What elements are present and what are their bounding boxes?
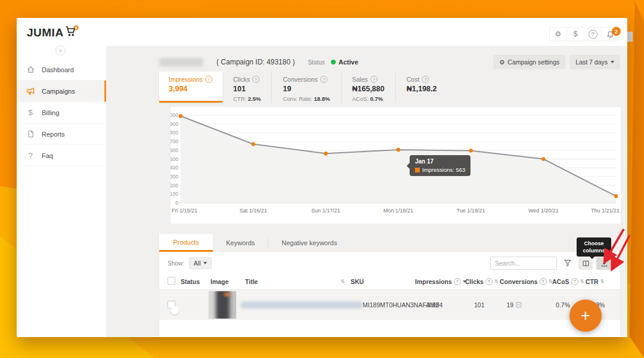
dollar-icon: $ bbox=[26, 108, 35, 117]
campaign-settings-button[interactable]: ⚙ Campaign settings bbox=[493, 55, 565, 69]
sidebar-item-campaigns[interactable]: Campaigns bbox=[17, 81, 106, 102]
download-button[interactable] bbox=[596, 257, 612, 270]
metric-label: Clicks bbox=[233, 76, 250, 83]
svg-text:200: 200 bbox=[171, 183, 178, 189]
column-clicks[interactable]: Clicks?⇅ bbox=[465, 278, 500, 285]
series-swatch-icon bbox=[415, 168, 420, 172]
table-header: Status Image Title⇅ SKU Impressions? Cli… bbox=[159, 273, 620, 289]
metric-value: 3,994 bbox=[169, 85, 222, 93]
svg-text:1,000: 1,000 bbox=[171, 112, 178, 118]
sort-icon[interactable]: ⇅ bbox=[494, 279, 499, 284]
column-status[interactable]: Status bbox=[181, 278, 210, 285]
metric-sub-value: 18.8% bbox=[314, 95, 330, 102]
metric-value: ₦1,198.2 bbox=[407, 85, 437, 93]
info-icon: ? bbox=[422, 76, 429, 83]
svg-text:100: 100 bbox=[171, 191, 178, 197]
svg-text:0: 0 bbox=[175, 200, 178, 206]
metric-value: 19 bbox=[283, 85, 330, 93]
sidebar-item-dashboard[interactable]: Dashboard bbox=[17, 59, 106, 81]
column-acos[interactable]: ACoS?⇅ bbox=[552, 278, 586, 285]
sort-icon[interactable]: ⇅ bbox=[580, 279, 584, 284]
info-icon: ? bbox=[370, 76, 377, 83]
sidebar-collapse-button[interactable]: « bbox=[55, 45, 66, 55]
sidebar-item-faq[interactable]: ? Faq bbox=[17, 145, 106, 166]
svg-text:Mon 1/18/21: Mon 1/18/21 bbox=[383, 208, 413, 214]
column-label: ACoS bbox=[552, 278, 569, 285]
sidebar-label: Campaigns bbox=[42, 88, 75, 95]
table-row: MI189MT0HUAN3NAFAMZ 3.994 101 19 0.7% 2.… bbox=[159, 289, 620, 320]
details-popup-icon[interactable] bbox=[516, 302, 522, 309]
column-sku[interactable]: SKU bbox=[351, 278, 415, 285]
date-range-dropdown[interactable]: Last 7 days bbox=[569, 55, 620, 69]
sort-icon[interactable]: ⇅ bbox=[600, 279, 605, 284]
topbar-icon-group: ⚙ $ ? 2 bbox=[549, 27, 619, 41]
show-value: All bbox=[194, 260, 201, 267]
collapse-glyph: « bbox=[59, 48, 62, 54]
tab-negative-keywords[interactable]: Negative keywords bbox=[268, 234, 350, 252]
impressions-chart-card: 01002003004005006007008009001,000Fri 1/1… bbox=[170, 106, 621, 224]
column-conversions[interactable]: Conversions?⇅ bbox=[500, 278, 552, 285]
metric-label: Cost bbox=[407, 76, 420, 83]
column-impressions[interactable]: Impressions? bbox=[415, 278, 465, 285]
metric-sub-label: ACoS: bbox=[352, 95, 369, 102]
conversions-number: 19 bbox=[506, 301, 513, 308]
cart-icon bbox=[65, 25, 79, 40]
tab-keywords[interactable]: Keywords bbox=[213, 234, 268, 252]
svg-text:800: 800 bbox=[171, 129, 178, 135]
metric-tab-conversions[interactable]: Conversions? 19 Conv. Rate: 18.8% bbox=[271, 72, 340, 103]
metric-tab-clicks[interactable]: Clicks? 101 CTR: 2.5% bbox=[222, 72, 271, 103]
chart-tooltip: Jan 17 Impressions: 563 bbox=[410, 155, 470, 176]
metric-label: Impressions bbox=[169, 76, 203, 83]
search-input[interactable] bbox=[490, 257, 557, 270]
metric-tab-impressions[interactable]: Impressions? 3,994 bbox=[159, 72, 222, 103]
campaign-name-redacted bbox=[159, 58, 203, 67]
svg-text:Tue 1/19/21: Tue 1/19/21 bbox=[457, 208, 485, 214]
select-all-checkbox[interactable] bbox=[168, 277, 175, 285]
info-icon: ? bbox=[454, 278, 461, 285]
impressions-area-chart[interactable]: 01002003004005006007008009001,000Fri 1/1… bbox=[171, 107, 621, 223]
column-label: Title bbox=[245, 278, 258, 285]
column-ctr[interactable]: CTR⇅ bbox=[586, 278, 612, 285]
billing-dollar-icon[interactable]: $ bbox=[567, 27, 584, 41]
top-bar: JUMIA ⚙ $ ? bbox=[17, 18, 627, 47]
svg-text:500: 500 bbox=[171, 156, 178, 162]
download-icon bbox=[600, 260, 608, 267]
product-image-redacted[interactable] bbox=[208, 291, 237, 319]
question-icon: ? bbox=[26, 151, 35, 160]
show-filter-dropdown[interactable]: All bbox=[189, 257, 212, 269]
conversions-value: 19 bbox=[506, 301, 556, 309]
sidebar-menu: Dashboard Campaigns $ Billing Report bbox=[17, 46, 106, 166]
clicks-value: 101 bbox=[474, 301, 506, 308]
tab-products[interactable]: Products bbox=[159, 234, 213, 252]
svg-text:Thu 1/21/21: Thu 1/21/21 bbox=[591, 208, 620, 214]
metric-tabs: Impressions? 3,994 Clicks? 101 CTR: 2.5%… bbox=[159, 72, 447, 103]
sort-icon[interactable]: ⇅ bbox=[340, 279, 345, 284]
sidebar-label: Billing bbox=[42, 109, 59, 116]
campaign-header: ( Campaign ID: 493180 ) Status Active ⚙ … bbox=[159, 54, 620, 70]
caret-down-icon bbox=[611, 61, 614, 63]
jumia-logo[interactable]: JUMIA bbox=[27, 25, 79, 40]
metric-tab-cost[interactable]: Cost? ₦1,198.2 bbox=[395, 72, 448, 103]
funnel-icon bbox=[564, 259, 572, 267]
sidebar-item-billing[interactable]: $ Billing bbox=[17, 102, 106, 124]
metric-sub-label: Conv. Rate: bbox=[283, 95, 312, 102]
product-title-redacted bbox=[240, 301, 363, 308]
notifications-bell-icon[interactable]: 2 bbox=[602, 27, 618, 41]
sidebar-item-reports[interactable]: Reports bbox=[17, 124, 106, 145]
metric-tab-sales[interactable]: Sales? ₦165,880 ACoS: 0.7% bbox=[341, 72, 395, 103]
choose-columns-tooltip: Choose columns bbox=[577, 237, 611, 257]
sidebar: « Dashboard Campaigns $ Billing bbox=[17, 46, 107, 337]
filter-button[interactable] bbox=[561, 257, 575, 270]
status-label: Status bbox=[308, 59, 324, 66]
info-icon: ? bbox=[540, 278, 547, 285]
metric-sub-value: 2.5% bbox=[248, 95, 261, 102]
help-icon[interactable]: ? bbox=[584, 27, 602, 41]
page-background: JUMIA ⚙ $ ? bbox=[0, 0, 644, 358]
settings-gear-icon[interactable]: ⚙ bbox=[550, 27, 567, 41]
column-title[interactable]: Title⇅ bbox=[245, 278, 351, 285]
help-glyph: ? bbox=[589, 30, 597, 39]
add-button[interactable]: + bbox=[569, 300, 602, 332]
main-content: ( Campaign ID: 493180 ) Status Active ⚙ … bbox=[106, 46, 627, 337]
column-image[interactable]: Image bbox=[210, 278, 245, 285]
svg-text:300: 300 bbox=[171, 174, 178, 180]
